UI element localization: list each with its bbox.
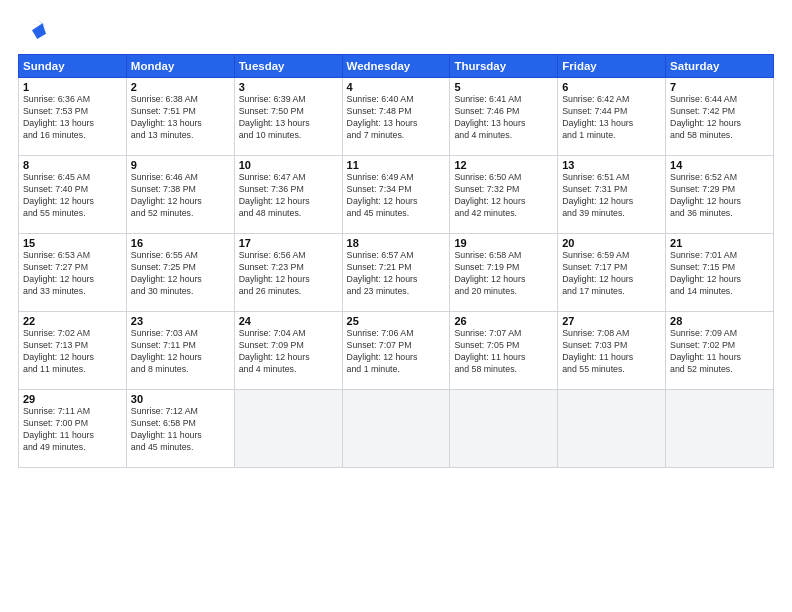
calendar-cell (450, 390, 558, 468)
day-info: Sunrise: 6:57 AM Sunset: 7:21 PM Dayligh… (347, 250, 446, 298)
day-number: 13 (562, 159, 661, 171)
day-number: 24 (239, 315, 338, 327)
day-info: Sunrise: 6:36 AM Sunset: 7:53 PM Dayligh… (23, 94, 122, 142)
calendar-cell: 6Sunrise: 6:42 AM Sunset: 7:44 PM Daylig… (558, 78, 666, 156)
logo (18, 18, 50, 46)
day-info: Sunrise: 6:59 AM Sunset: 7:17 PM Dayligh… (562, 250, 661, 298)
day-info: Sunrise: 6:45 AM Sunset: 7:40 PM Dayligh… (23, 172, 122, 220)
day-info: Sunrise: 7:06 AM Sunset: 7:07 PM Dayligh… (347, 328, 446, 376)
day-number: 14 (670, 159, 769, 171)
day-header-thursday: Thursday (450, 55, 558, 78)
calendar-cell (342, 390, 450, 468)
calendar-cell: 20Sunrise: 6:59 AM Sunset: 7:17 PM Dayli… (558, 234, 666, 312)
day-info: Sunrise: 6:52 AM Sunset: 7:29 PM Dayligh… (670, 172, 769, 220)
day-info: Sunrise: 6:47 AM Sunset: 7:36 PM Dayligh… (239, 172, 338, 220)
calendar-cell: 9Sunrise: 6:46 AM Sunset: 7:38 PM Daylig… (126, 156, 234, 234)
calendar-table: SundayMondayTuesdayWednesdayThursdayFrid… (18, 54, 774, 468)
day-info: Sunrise: 7:08 AM Sunset: 7:03 PM Dayligh… (562, 328, 661, 376)
day-number: 18 (347, 237, 446, 249)
day-header-wednesday: Wednesday (342, 55, 450, 78)
day-info: Sunrise: 6:55 AM Sunset: 7:25 PM Dayligh… (131, 250, 230, 298)
day-number: 11 (347, 159, 446, 171)
day-info: Sunrise: 6:51 AM Sunset: 7:31 PM Dayligh… (562, 172, 661, 220)
day-number: 17 (239, 237, 338, 249)
day-number: 26 (454, 315, 553, 327)
calendar-cell: 25Sunrise: 7:06 AM Sunset: 7:07 PM Dayli… (342, 312, 450, 390)
page: SundayMondayTuesdayWednesdayThursdayFrid… (0, 0, 792, 612)
calendar-cell: 14Sunrise: 6:52 AM Sunset: 7:29 PM Dayli… (666, 156, 774, 234)
day-header-row: SundayMondayTuesdayWednesdayThursdayFrid… (19, 55, 774, 78)
calendar-cell: 7Sunrise: 6:44 AM Sunset: 7:42 PM Daylig… (666, 78, 774, 156)
day-number: 19 (454, 237, 553, 249)
day-number: 25 (347, 315, 446, 327)
calendar-cell: 29Sunrise: 7:11 AM Sunset: 7:00 PM Dayli… (19, 390, 127, 468)
calendar-cell: 2Sunrise: 6:38 AM Sunset: 7:51 PM Daylig… (126, 78, 234, 156)
day-info: Sunrise: 6:53 AM Sunset: 7:27 PM Dayligh… (23, 250, 122, 298)
calendar-cell: 11Sunrise: 6:49 AM Sunset: 7:34 PM Dayli… (342, 156, 450, 234)
day-info: Sunrise: 6:39 AM Sunset: 7:50 PM Dayligh… (239, 94, 338, 142)
calendar-cell: 8Sunrise: 6:45 AM Sunset: 7:40 PM Daylig… (19, 156, 127, 234)
day-info: Sunrise: 6:40 AM Sunset: 7:48 PM Dayligh… (347, 94, 446, 142)
calendar-week-row: 22Sunrise: 7:02 AM Sunset: 7:13 PM Dayli… (19, 312, 774, 390)
day-info: Sunrise: 6:41 AM Sunset: 7:46 PM Dayligh… (454, 94, 553, 142)
calendar-cell (234, 390, 342, 468)
day-info: Sunrise: 7:03 AM Sunset: 7:11 PM Dayligh… (131, 328, 230, 376)
day-number: 10 (239, 159, 338, 171)
calendar-cell: 28Sunrise: 7:09 AM Sunset: 7:02 PM Dayli… (666, 312, 774, 390)
day-number: 22 (23, 315, 122, 327)
day-number: 20 (562, 237, 661, 249)
day-number: 27 (562, 315, 661, 327)
calendar-week-row: 15Sunrise: 6:53 AM Sunset: 7:27 PM Dayli… (19, 234, 774, 312)
calendar-cell: 15Sunrise: 6:53 AM Sunset: 7:27 PM Dayli… (19, 234, 127, 312)
calendar-week-row: 8Sunrise: 6:45 AM Sunset: 7:40 PM Daylig… (19, 156, 774, 234)
day-number: 6 (562, 81, 661, 93)
day-number: 1 (23, 81, 122, 93)
day-info: Sunrise: 7:02 AM Sunset: 7:13 PM Dayligh… (23, 328, 122, 376)
day-number: 5 (454, 81, 553, 93)
day-number: 3 (239, 81, 338, 93)
calendar-cell: 19Sunrise: 6:58 AM Sunset: 7:19 PM Dayli… (450, 234, 558, 312)
day-number: 12 (454, 159, 553, 171)
svg-marker-0 (32, 23, 46, 39)
calendar-cell: 22Sunrise: 7:02 AM Sunset: 7:13 PM Dayli… (19, 312, 127, 390)
day-info: Sunrise: 6:46 AM Sunset: 7:38 PM Dayligh… (131, 172, 230, 220)
calendar-week-row: 29Sunrise: 7:11 AM Sunset: 7:00 PM Dayli… (19, 390, 774, 468)
calendar-week-row: 1Sunrise: 6:36 AM Sunset: 7:53 PM Daylig… (19, 78, 774, 156)
calendar-cell: 23Sunrise: 7:03 AM Sunset: 7:11 PM Dayli… (126, 312, 234, 390)
day-info: Sunrise: 7:09 AM Sunset: 7:02 PM Dayligh… (670, 328, 769, 376)
calendar-cell: 24Sunrise: 7:04 AM Sunset: 7:09 PM Dayli… (234, 312, 342, 390)
day-info: Sunrise: 6:42 AM Sunset: 7:44 PM Dayligh… (562, 94, 661, 142)
day-info: Sunrise: 7:07 AM Sunset: 7:05 PM Dayligh… (454, 328, 553, 376)
logo-icon (18, 18, 46, 46)
day-number: 29 (23, 393, 122, 405)
calendar-cell: 17Sunrise: 6:56 AM Sunset: 7:23 PM Dayli… (234, 234, 342, 312)
day-info: Sunrise: 7:12 AM Sunset: 6:58 PM Dayligh… (131, 406, 230, 454)
calendar-header: SundayMondayTuesdayWednesdayThursdayFrid… (19, 55, 774, 78)
day-info: Sunrise: 6:56 AM Sunset: 7:23 PM Dayligh… (239, 250, 338, 298)
day-header-friday: Friday (558, 55, 666, 78)
day-number: 4 (347, 81, 446, 93)
day-info: Sunrise: 6:50 AM Sunset: 7:32 PM Dayligh… (454, 172, 553, 220)
calendar-cell: 27Sunrise: 7:08 AM Sunset: 7:03 PM Dayli… (558, 312, 666, 390)
day-info: Sunrise: 6:58 AM Sunset: 7:19 PM Dayligh… (454, 250, 553, 298)
calendar-cell: 12Sunrise: 6:50 AM Sunset: 7:32 PM Dayli… (450, 156, 558, 234)
day-number: 7 (670, 81, 769, 93)
day-number: 28 (670, 315, 769, 327)
day-number: 16 (131, 237, 230, 249)
day-number: 15 (23, 237, 122, 249)
day-info: Sunrise: 6:49 AM Sunset: 7:34 PM Dayligh… (347, 172, 446, 220)
calendar-cell (558, 390, 666, 468)
day-number: 9 (131, 159, 230, 171)
calendar-cell: 16Sunrise: 6:55 AM Sunset: 7:25 PM Dayli… (126, 234, 234, 312)
calendar-cell: 5Sunrise: 6:41 AM Sunset: 7:46 PM Daylig… (450, 78, 558, 156)
day-header-saturday: Saturday (666, 55, 774, 78)
day-number: 2 (131, 81, 230, 93)
day-header-tuesday: Tuesday (234, 55, 342, 78)
calendar-cell: 30Sunrise: 7:12 AM Sunset: 6:58 PM Dayli… (126, 390, 234, 468)
day-info: Sunrise: 6:44 AM Sunset: 7:42 PM Dayligh… (670, 94, 769, 142)
day-info: Sunrise: 7:04 AM Sunset: 7:09 PM Dayligh… (239, 328, 338, 376)
calendar-cell: 26Sunrise: 7:07 AM Sunset: 7:05 PM Dayli… (450, 312, 558, 390)
day-info: Sunrise: 7:01 AM Sunset: 7:15 PM Dayligh… (670, 250, 769, 298)
calendar-cell: 4Sunrise: 6:40 AM Sunset: 7:48 PM Daylig… (342, 78, 450, 156)
calendar-cell: 10Sunrise: 6:47 AM Sunset: 7:36 PM Dayli… (234, 156, 342, 234)
